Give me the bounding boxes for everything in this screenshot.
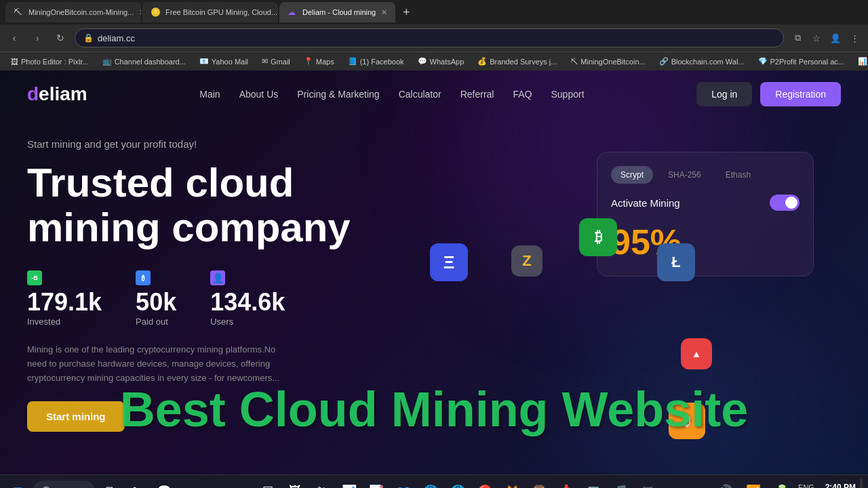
nav-faq[interactable]: FAQ [513,89,532,100]
nav-calculator[interactable]: Calculator [399,89,441,100]
clock-time: 2:40 PM [818,483,856,489]
back-button[interactable]: ‹ [5,29,23,47]
login-button[interactable]: Log in [696,82,752,106]
bookmark-p2profit[interactable]: 💎 P2Profit Personal ac... [753,56,850,67]
profile-icon[interactable]: 👤 [827,30,844,46]
crypto-bitcoin-icon: ₿ [579,218,617,256]
mining-toggle[interactable] [770,195,800,211]
website-content: deliam Main About Us Pricing & Marketing… [0,70,868,474]
taskbar-opera[interactable]: 🔴 [473,479,497,489]
show-desktop-button[interactable] [860,479,863,489]
register-button[interactable]: Registration [760,82,841,106]
bookmark-mining[interactable]: ⛏ MiningOneBitcoin... [565,56,650,67]
taskbar-chrome[interactable]: 🌐 [446,479,470,489]
nav-main[interactable]: Main [199,89,220,100]
bookmark-blockchain-favicon: 🔗 [659,57,669,66]
search-icon: 🔍 [42,486,54,489]
network-icon[interactable]: 📶 [741,479,766,489]
bookmark-blockchain[interactable]: 🔗 Blockchain.com Wal... [654,56,750,67]
bookmark-adsense-favicon: 📊 [858,57,867,66]
taskbar-right: ∧ 🔊 📶 🔋 ENGUS 2:40 PM 12/14/2022 [684,479,863,489]
tab3-close[interactable]: ✕ [381,8,387,17]
stat-paidout: ₿ 50k Paid out [136,270,176,327]
bookmark-surveys-favicon: 💰 [477,57,487,66]
stat-users: 👤 134.6k Users [210,270,285,327]
bookmark-icon[interactable]: ☆ [808,30,825,46]
tab1-close[interactable]: ✕ [139,8,141,17]
hero-title: Trusted cloud mining company [27,161,434,250]
taskbar-start-button[interactable]: ⊞ [5,479,30,489]
stat-invested-value: 179.1k [27,288,102,317]
tab3-title: Deliam - Cloud mining [302,8,376,16]
bookmark-facebook[interactable]: 📘 (1) Facebook [342,56,410,67]
forward-button[interactable]: › [28,29,46,47]
system-clock[interactable]: 2:40 PM 12/14/2022 [818,483,856,489]
battery-icon[interactable]: 🔋 [770,479,794,489]
extensions-icon[interactable]: ⧉ [789,30,806,46]
bookmark-maps[interactable]: 📍 Maps [298,56,340,67]
taskbar-photos[interactable]: 🖼 [283,479,307,489]
mining-tab-scrypt[interactable]: Scrypt [611,166,653,184]
taskbar-word[interactable]: 📝 [364,479,389,489]
crypto-zcash-icon: Z [511,245,542,277]
taskbar-store[interactable]: 🛍 [310,479,334,489]
nav-support[interactable]: Support [551,89,585,100]
bookmark-channel[interactable]: 📺 Channel dashboard... [97,56,191,67]
mining-toggle-dot [785,197,797,209]
widgets-icon[interactable]: 🗂 [125,479,149,489]
nav-pricing[interactable]: Pricing & Marketing [297,89,379,100]
tab1-title: MiningOneBitcoin.com-Mining... [28,8,134,16]
browser-tabs: ⛏ MiningOneBitcoin.com-Mining... ✕ 🪙 Fre… [0,0,868,24]
taskbar-firefox[interactable]: 🦊 [500,479,524,489]
speaker-icon[interactable]: 🔊 [713,479,737,489]
tab1-favicon: ⛏ [14,7,23,17]
nav-links: Main About Us Pricing & Marketing Calcul… [199,89,584,100]
bookmark-yahoo-favicon: 📧 [199,57,209,66]
more-icon[interactable]: ⋮ [846,30,863,46]
taskbar-search[interactable]: 🔍 Search [33,481,95,489]
mining-tab-sha[interactable]: SHA-256 [658,166,711,184]
taskbar-vscode[interactable]: 💻 [581,479,606,489]
refresh-button[interactable]: ↻ [52,29,69,47]
mining-tab-ethash[interactable]: Ethash [716,166,760,184]
mining-activate-row: Activate Mining [611,195,800,211]
browser-chrome: ⛏ MiningOneBitcoin.com-Mining... ✕ 🪙 Fre… [0,0,868,70]
browser-tab-3[interactable]: ☁ Deliam - Cloud mining ✕ [279,2,395,22]
taskbar-teams[interactable]: 👥 [391,479,416,489]
mining-card: Scrypt SHA-256 Ethash Activate Mining 95… [597,152,814,277]
browser-tab-2[interactable]: 🪙 Free Bitcoin GPU Mining, Cloud... ✕ [142,2,278,22]
logo[interactable]: deliam [27,83,87,105]
new-tab-button[interactable]: + [397,3,416,22]
taskbar-excel[interactable]: 📊 [337,479,361,489]
language-indicator[interactable]: ENGUS [798,483,814,489]
tab2-favicon: 🪙 [151,7,160,17]
bookmark-photo-editor[interactable]: 🖼 Photo Editor : Pixlr... [5,56,94,67]
taskbar-steam[interactable]: 🎮 [635,479,660,489]
taskbar-snipping[interactable]: ✂ [229,479,253,489]
nav-about[interactable]: About Us [239,89,279,100]
chat-icon[interactable]: 💬 [152,479,176,489]
bookmarks-bar: 🖼 Photo Editor : Pixlr... 📺 Channel dash… [0,52,868,70]
bookmark-p2profit-favicon: 💎 [758,57,768,66]
stat-invested-label: Invested [27,317,102,327]
address-bar[interactable]: 🔒 deliam.cc [75,28,784,47]
bookmark-yahoo[interactable]: 📧 Yahoo Mail [194,56,254,67]
taskbar-brave[interactable]: 🦁 [527,479,551,489]
bookmark-surveys[interactable]: 💰 Branded Surveys j... [472,56,562,67]
bookmark-mining-favicon: ⛏ [570,58,578,66]
taskbar-todo[interactable]: ☑ [256,479,280,489]
bookmark-gmail[interactable]: ✉ Gmail [256,56,296,67]
nav-referral[interactable]: Referral [460,89,494,100]
taskbar-left: ⊞ 🔍 Search ⧉ 🗂 💬 [5,479,176,489]
browser-tab-1[interactable]: ⛏ MiningOneBitcoin.com-Mining... ✕ [5,2,141,22]
taskbar-itunes[interactable]: 🎵 [608,479,633,489]
bookmark-adsense[interactable]: 📊 Google AdSense [852,56,868,67]
taskbar-edge[interactable]: 🌐 [418,479,443,489]
crypto-tron-icon: ▲ [681,338,712,369]
bookmark-whatsapp[interactable]: 💬 WhatsApp [412,56,470,67]
tab3-favicon: ☁ [288,7,297,17]
chevron-up-icon[interactable]: ∧ [684,479,709,489]
taskbar-torrent[interactable]: 📥 [554,479,578,489]
taskbar-explorer[interactable]: 📁 [201,479,226,489]
taskview-icon[interactable]: ⧉ [98,479,122,489]
